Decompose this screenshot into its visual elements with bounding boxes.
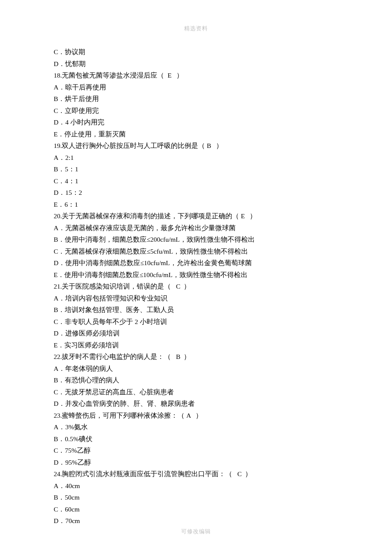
text-line: 21.关于医院感染知识培训，错误的是（ C ）	[54, 280, 348, 292]
text-line: A．晾干后再使用	[54, 81, 348, 93]
text-line: E．停止使用，重新灭菌	[54, 128, 348, 140]
text-line: E．6：1	[54, 199, 348, 211]
text-line: E．使用中消毒剂细菌总数应≤100cfu/mL，致病性微生物不得检出	[54, 269, 348, 281]
text-line: A．培训内容包括管理知识和专业知识	[54, 292, 348, 304]
text-line: 22.拔牙时不需行心电监护的病人是：（ B ）	[54, 351, 348, 363]
text-line: E．实习医师必须培训	[54, 339, 348, 351]
text-line: 24.胸腔闭式引流水封瓶液面应低于引流管胸腔出口平面：（ C ）	[54, 468, 348, 480]
text-line: D．95%乙醇	[54, 457, 348, 468]
text-line: A．2:1	[54, 152, 348, 164]
page-footer: 可修改编辑	[0, 528, 392, 535]
text-line: 19.双人进行胸外心脏按压时与人工呼吸的比例是（ B ）	[54, 140, 348, 152]
text-line: D．15：2	[54, 187, 348, 199]
text-line: A．无菌器械保存液应该是无菌的，最多允许检出少量微球菌	[54, 222, 348, 234]
text-line: B．培训对象包括管理、医务、工勤人员	[54, 304, 348, 316]
text-line: C．无菌器械保存液细菌总数应≤5cfu/mL，致病性微生物不得检出	[54, 246, 348, 257]
text-line: B．使用中消毒剂，细菌总数应≤200cfu/mL，致病性微生物不得检出	[54, 234, 348, 246]
text-line: D．进修医师必须培训	[54, 327, 348, 339]
text-line: C．75%乙醇	[54, 445, 348, 457]
text-line: C．4：1	[54, 175, 348, 187]
page-header: 精选资料	[0, 25, 392, 32]
text-line: D．使用中消毒剂细菌总数应≤10cfu/mL，允许检出金黄色葡萄球菌	[54, 257, 348, 269]
text-line: C．立即使用完	[54, 105, 348, 117]
text-line: C．60cm	[54, 503, 348, 515]
text-line: B．5：1	[54, 163, 348, 175]
text-line: 18.无菌包被无菌等渗盐水浸湿后应（ E ）	[54, 69, 348, 81]
text-line: C．协议期	[54, 46, 348, 58]
text-line: C．非专职人员每年不少于 2 小时培训	[54, 316, 348, 328]
text-line: 23.蜜蜂螫伤后，可用下列哪种液体涂擦：（ A ）	[54, 410, 348, 422]
document-content: C．协议期 D．忧郁期 18.无菌包被无菌等渗盐水浸湿后应（ E ） A．晾干后…	[54, 46, 348, 527]
text-line: B．烘干后使用	[54, 93, 348, 105]
text-line: D．70cm	[54, 515, 348, 527]
text-line: D．忧郁期	[54, 58, 348, 70]
text-line: D．并发心血管病变的肺、肝、肾、糖尿病患者	[54, 398, 348, 410]
text-line: A．年老体弱的病人	[54, 363, 348, 375]
text-line: D．4 小时内用完	[54, 116, 348, 128]
text-line: A．3%氨水	[54, 421, 348, 433]
text-line: A．40cm	[54, 480, 348, 492]
text-line: B．有恐惧心理的病人	[54, 374, 348, 386]
text-line: C．无拔牙禁忌证的高血压、心脏病患者	[54, 386, 348, 398]
text-line: 20.关于无菌器械保存液和消毒剂的描述，下列哪项是正确的（ E ）	[54, 210, 348, 222]
text-line: B．50cm	[54, 491, 348, 503]
text-line: B．0.5%碘伏	[54, 433, 348, 445]
